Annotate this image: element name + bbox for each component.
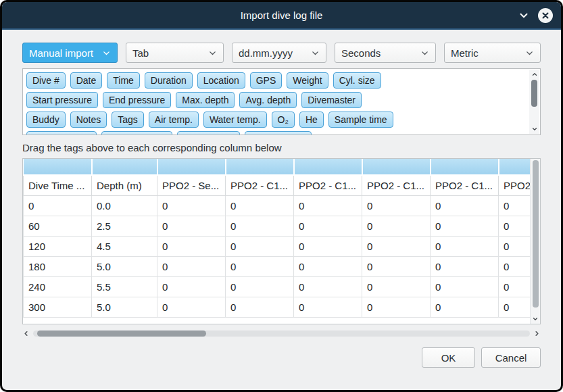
dropdown-row: Manual importTabdd.mm.yyyySecondsMetric xyxy=(22,43,541,63)
table-cell: 0 xyxy=(362,216,431,236)
drop-target-cell[interactable] xyxy=(294,159,362,175)
table-cell: 0 xyxy=(226,216,294,236)
tag-area: Dive #DateTimeDurationLocationGPSWeightC… xyxy=(22,68,541,135)
table-cell: 0 xyxy=(294,297,362,317)
column-header-ppo2-c1[interactable]: PPO2 - C1... xyxy=(431,175,499,195)
titlebar[interactable]: Import dive log file xyxy=(2,2,561,30)
tag-divemaster[interactable]: Divemaster xyxy=(301,92,362,108)
drop-target-cell[interactable] xyxy=(226,159,294,175)
table-row: 1204.5000000 xyxy=(24,236,541,256)
tag-end-pressure[interactable]: End pressure xyxy=(103,92,171,108)
table-cell: 0 xyxy=(157,297,226,317)
tag-notes[interactable]: Notes xyxy=(70,112,107,128)
horizontal-scrollbar[interactable] xyxy=(22,328,541,339)
scroll-right-icon[interactable] xyxy=(533,330,541,337)
tag-max-depth[interactable]: Max. depth xyxy=(176,92,235,108)
table-row: 2405.5000000 xyxy=(24,276,541,297)
drop-target-cell[interactable] xyxy=(92,159,157,175)
drop-target-cell[interactable] xyxy=(362,159,431,175)
tag-o[interactable]: O₂ xyxy=(272,112,295,128)
table-cell: 0 xyxy=(157,236,226,256)
dropdown-manual-import[interactable]: Manual import xyxy=(22,43,118,63)
chevron-down-icon xyxy=(102,49,111,57)
table-cell: 0 xyxy=(226,256,294,276)
preview-table: Dive Time ...Depth (m)PPO2 - Se...PPO2 -… xyxy=(22,158,541,324)
column-header-ppo2-se[interactable]: PPO2 - Se... xyxy=(157,175,226,195)
drop-target-cell[interactable] xyxy=(431,159,499,175)
tag-sample-cns[interactable]: Sample CNS xyxy=(245,131,312,135)
dialog-buttons: OK Cancel xyxy=(22,347,541,368)
instruction-text: Drag the tags above to each correspondin… xyxy=(22,142,541,153)
tag-water-temp[interactable]: Water temp. xyxy=(203,112,267,128)
table-row: 1805.0000000 xyxy=(24,256,541,276)
tag-location[interactable]: Location xyxy=(197,72,245,89)
scrollbar-track[interactable] xyxy=(33,330,530,337)
tag-duration[interactable]: Duration xyxy=(145,72,193,89)
table-cell: 0 xyxy=(226,276,294,297)
tag-cyl-size[interactable]: Cyl. size xyxy=(333,72,381,89)
import-preview-grid: Dive Time ...Depth (m)PPO2 - Se...PPO2 -… xyxy=(23,159,541,318)
tag-time[interactable]: Time xyxy=(107,72,140,89)
scroll-up-icon[interactable] xyxy=(531,71,538,78)
tag-scrollbar[interactable] xyxy=(529,70,539,134)
table-cell: 5.5 xyxy=(92,276,157,297)
close-button[interactable] xyxy=(538,8,553,23)
drop-target-cell[interactable] xyxy=(24,159,92,175)
tag-sample-temp[interactable]: Sample temp. xyxy=(101,131,172,135)
column-header-ppo2-c1[interactable]: PPO2 - C1... xyxy=(294,175,362,195)
tag-sample-depth[interactable]: Sample depth xyxy=(26,131,97,135)
table-cell: 0 xyxy=(362,297,431,317)
tag-avg-depth[interactable]: Avg. depth xyxy=(239,92,297,108)
table-cell: 0 xyxy=(431,195,499,216)
table-cell: 0 xyxy=(431,236,499,256)
tag-date[interactable]: Date xyxy=(70,72,103,89)
tag-weight[interactable]: Weight xyxy=(287,72,328,89)
table-body: 00.0000000602.50000001204.50000001805.00… xyxy=(24,195,541,317)
table-cell: 0 xyxy=(294,236,362,256)
tag-he[interactable]: He xyxy=(299,112,324,128)
tag-sample-po[interactable]: Sample pO₂ xyxy=(177,131,240,135)
table-vertical-scrollbar[interactable] xyxy=(530,159,540,324)
column-header-ppo2-c1[interactable]: PPO2 - C1... xyxy=(362,175,431,195)
tag-air-temp[interactable]: Air temp. xyxy=(149,112,199,128)
table-header-row: Dive Time ...Depth (m)PPO2 - Se...PPO2 -… xyxy=(24,175,541,195)
drop-target-row xyxy=(24,159,541,175)
dropdown-value: dd.mm.yyyy xyxy=(239,47,307,59)
drop-target-cell[interactable] xyxy=(157,159,226,175)
table-cell: 60 xyxy=(24,216,92,236)
scrollbar-handle[interactable] xyxy=(37,330,206,337)
ok-button[interactable]: OK xyxy=(422,347,475,368)
tag-start-pressure[interactable]: Start pressure xyxy=(26,92,98,108)
column-header-ppo2-c1[interactable]: PPO2 - C1... xyxy=(226,175,294,195)
scrollbar-handle[interactable] xyxy=(531,80,537,107)
table-cell: 0 xyxy=(294,256,362,276)
table-row: 602.5000000 xyxy=(24,216,541,236)
tag-tags[interactable]: Tags xyxy=(112,112,144,128)
tag-sample-time[interactable]: Sample time xyxy=(328,112,393,128)
column-header-depth-m[interactable]: Depth (m) xyxy=(92,175,157,195)
chevron-down-icon xyxy=(525,49,534,57)
table-cell: 4.5 xyxy=(92,236,157,256)
dropdown-seconds[interactable]: Seconds xyxy=(335,43,436,63)
scroll-down-icon[interactable] xyxy=(531,316,540,322)
table-cell: 0 xyxy=(294,276,362,297)
table-cell: 240 xyxy=(24,276,92,297)
dropdown-metric[interactable]: Metric xyxy=(444,43,541,63)
table-cell: 0.0 xyxy=(92,195,157,216)
table-cell: 0 xyxy=(362,236,431,256)
table-cell: 0 xyxy=(157,216,226,236)
chevron-down-icon[interactable] xyxy=(518,9,530,22)
table-cell: 300 xyxy=(24,297,92,317)
scroll-down-icon[interactable] xyxy=(531,126,538,132)
dropdown-tab[interactable]: Tab xyxy=(126,43,224,63)
tag-dive[interactable]: Dive # xyxy=(26,72,66,89)
scroll-left-icon[interactable] xyxy=(22,330,30,337)
cancel-button[interactable]: Cancel xyxy=(481,347,541,368)
scrollbar-handle[interactable] xyxy=(533,160,539,308)
column-header-dive-time[interactable]: Dive Time ... xyxy=(24,175,92,195)
table-row: 3005.0000000 xyxy=(24,297,541,317)
dropdown-dd-mm-yyyy[interactable]: dd.mm.yyyy xyxy=(232,43,326,63)
tag-gps[interactable]: GPS xyxy=(250,72,283,89)
tag-row: Start pressureEnd pressureMax. depthAvg.… xyxy=(26,92,525,108)
tag-buddy[interactable]: Buddy xyxy=(26,112,66,128)
